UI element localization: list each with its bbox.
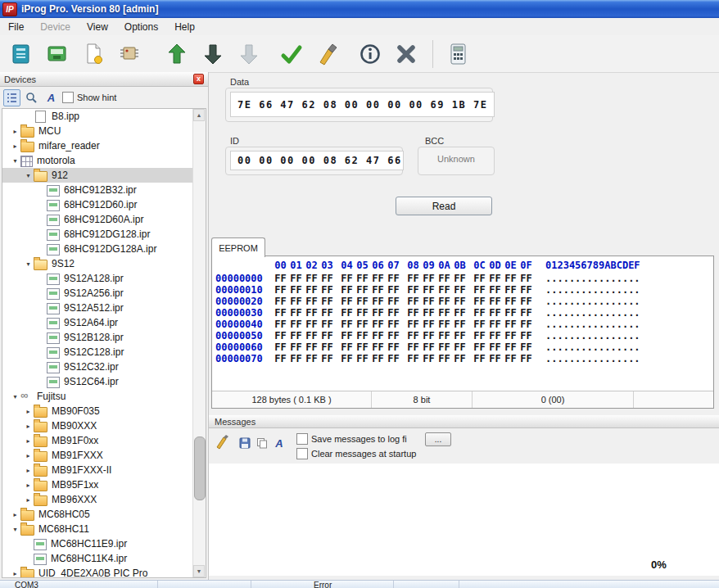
hex-byte-cell[interactable]: FF xyxy=(421,319,436,330)
hex-byte-cell[interactable]: FF xyxy=(288,319,304,330)
tree-item-motorola[interactable]: ▾motorola xyxy=(2,153,193,168)
tree-scrollbar[interactable] xyxy=(192,109,206,577)
hex-byte-cell[interactable]: FF xyxy=(421,296,436,307)
hex-byte-cell[interactable]: FF xyxy=(273,319,288,330)
read-down-button[interactable] xyxy=(195,37,231,71)
hex-byte-cell[interactable]: FF xyxy=(339,296,355,307)
hex-byte-cell[interactable]: FF xyxy=(386,353,401,364)
tree-item-9s12a128-ipr[interactable]: 9S12A128.ipr xyxy=(2,271,193,286)
clear-messages-checkbox[interactable]: Clear messages at startup xyxy=(296,448,416,459)
hex-byte-cell[interactable]: FF xyxy=(386,330,401,341)
hex-byte-cell[interactable]: FF xyxy=(273,341,288,353)
expand-arrow-icon[interactable]: ▸ xyxy=(24,467,33,474)
expand-arrow-icon[interactable]: ▸ xyxy=(24,437,33,445)
hex-byte-cell[interactable]: FF xyxy=(518,319,534,330)
hex-byte-cell[interactable]: FF xyxy=(273,296,288,307)
hex-byte-cell[interactable]: FF xyxy=(386,307,401,319)
hex-byte-cell[interactable]: FF xyxy=(273,273,288,284)
hex-byte-cell[interactable]: FF xyxy=(386,284,401,296)
hex-byte-cell[interactable]: FF xyxy=(273,330,288,341)
hex-byte-cell[interactable]: FF xyxy=(452,307,468,319)
tree-item-9s12a64-ipr[interactable]: 9S12A64.ipr xyxy=(2,315,193,330)
collapse-arrow-icon[interactable]: ▾ xyxy=(11,157,20,165)
hex-byte-cell[interactable]: FF xyxy=(386,319,401,330)
new-file-button[interactable] xyxy=(75,37,111,71)
hex-byte-cell[interactable]: FF xyxy=(472,341,487,353)
hex-byte-cell[interactable]: FF xyxy=(405,330,421,341)
verify-button[interactable] xyxy=(274,37,310,71)
expand-arrow-icon[interactable]: ▸ xyxy=(24,496,33,504)
hex-byte-cell[interactable]: FF xyxy=(421,341,436,353)
hex-byte-cell[interactable]: FF xyxy=(288,284,304,296)
tree-item-68hc912d60-ipr[interactable]: 68HC912D60.ipr xyxy=(2,197,193,212)
menu-file[interactable]: File xyxy=(0,20,32,34)
hex-byte-cell[interactable]: FF xyxy=(370,273,386,284)
hex-byte-cell[interactable]: FF xyxy=(472,296,487,307)
hex-byte-cell[interactable]: FF xyxy=(436,296,452,307)
save-messages-checkbox-box[interactable] xyxy=(296,433,308,445)
copy-button[interactable] xyxy=(255,436,269,450)
browse-log-button[interactable]: ... xyxy=(425,432,451,446)
hex-byte-cell[interactable]: FF xyxy=(370,296,386,307)
hex-byte-cell[interactable]: FF xyxy=(319,273,335,284)
menu-help[interactable]: Help xyxy=(166,20,203,34)
hex-byte-cell[interactable]: FF xyxy=(503,353,518,364)
hex-byte-cell[interactable]: FF xyxy=(304,341,319,353)
tree-item-68hc912dg128a-ipr[interactable]: 68HC912DG128A.ipr xyxy=(2,242,193,256)
hex-byte-cell[interactable]: FF xyxy=(304,353,319,364)
hex-byte-cell[interactable]: FF xyxy=(405,307,421,319)
tree-item-9s12b128-ipr[interactable]: 9S12B128.ipr xyxy=(2,330,193,345)
hex-byte-cell[interactable]: FF xyxy=(319,353,335,364)
hex-byte-cell[interactable]: FF xyxy=(452,319,468,330)
tree-item-68hc912dg128-ipr[interactable]: 68HC912DG128.ipr xyxy=(2,227,193,242)
hex-byte-cell[interactable]: FF xyxy=(370,284,386,296)
hex-byte-cell[interactable]: FF xyxy=(487,330,503,341)
hex-byte-cell[interactable]: FF xyxy=(405,273,421,284)
hex-byte-cell[interactable]: FF xyxy=(288,330,304,341)
hex-byte-cell[interactable]: FF xyxy=(405,319,421,330)
tab-eeprom[interactable]: EEPROM xyxy=(211,237,265,257)
hex-byte-cell[interactable]: FF xyxy=(503,330,518,341)
tree-item-9s12c128-ipr[interactable]: 9S12C128.ipr xyxy=(2,345,193,360)
tree-item-mb91f0xx[interactable]: ▸MB91F0xx xyxy=(2,433,193,448)
show-hint-checkbox-box[interactable] xyxy=(62,92,74,103)
hex-byte-cell[interactable]: FF xyxy=(355,330,370,341)
hex-byte-cell[interactable]: FF xyxy=(436,319,452,330)
hex-byte-cell[interactable]: FF xyxy=(304,273,319,284)
hex-byte-cell[interactable]: FF xyxy=(487,307,503,319)
hex-byte-cell[interactable]: FF xyxy=(339,341,355,353)
tree-item-b8-ipp[interactable]: B8.ipp xyxy=(2,109,193,124)
hex-byte-cell[interactable]: FF xyxy=(319,319,335,330)
hex-byte-cell[interactable]: FF xyxy=(503,284,518,296)
hex-byte-cell[interactable]: FF xyxy=(339,330,355,341)
hex-byte-cell[interactable]: FF xyxy=(487,341,503,353)
hex-byte-cell[interactable]: FF xyxy=(487,319,503,330)
hex-byte-cell[interactable]: FF xyxy=(421,284,436,296)
scrollbar-thumb[interactable] xyxy=(194,436,206,500)
font-button[interactable]: A xyxy=(43,89,60,106)
hex-byte-cell[interactable]: FF xyxy=(487,273,503,284)
hex-byte-cell[interactable]: FF xyxy=(452,284,468,296)
list-view-button[interactable] xyxy=(3,89,20,106)
title-bar[interactable]: IP iProg Pro. Version 80 [admin] xyxy=(0,0,719,18)
expand-arrow-icon[interactable]: ▸ xyxy=(24,452,33,459)
tree-item-mb91fxxx-ii[interactable]: ▸MB91FXXX-II xyxy=(2,463,193,477)
collapse-arrow-icon[interactable]: ▾ xyxy=(11,526,20,533)
hex-byte-cell[interactable]: FF xyxy=(503,307,518,319)
hex-byte-cell[interactable]: FF xyxy=(421,353,436,364)
hex-byte-cell[interactable]: FF xyxy=(436,284,452,296)
hex-byte-cell[interactable]: FF xyxy=(472,307,487,319)
hex-byte-cell[interactable]: FF xyxy=(452,353,468,364)
hex-byte-cell[interactable]: FF xyxy=(304,307,319,319)
hex-byte-cell[interactable]: FF xyxy=(355,273,370,284)
tree-item-68hc912d60a-ipr[interactable]: 68HC912D60A.ipr xyxy=(2,212,193,227)
hex-byte-cell[interactable]: FF xyxy=(503,341,518,353)
hex-byte-cell[interactable]: FF xyxy=(355,296,370,307)
data-field[interactable]: 7E 66 47 62 08 00 00 00 00 69 1B 7E xyxy=(230,92,495,117)
expand-arrow-icon[interactable]: ▸ xyxy=(11,142,20,150)
tree-item-mc68hc11[interactable]: ▾MC68HC11 xyxy=(2,522,193,536)
tree-item-mc68hc11e9-ipr[interactable]: MC68HC11E9.ipr xyxy=(2,536,193,551)
hex-byte-cell[interactable]: FF xyxy=(339,353,355,364)
hex-byte-cell[interactable]: FF xyxy=(304,296,319,307)
hex-byte-cell[interactable]: FF xyxy=(319,307,335,319)
